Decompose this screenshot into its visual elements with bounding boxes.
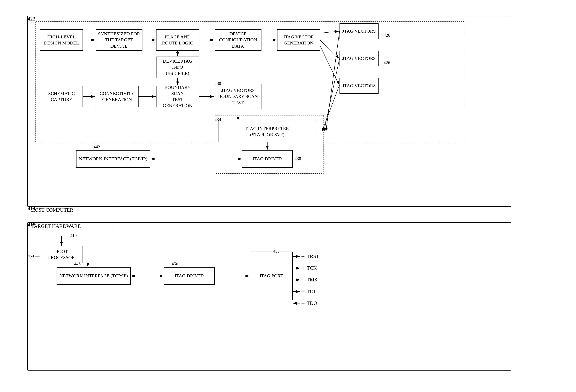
ref-454: 454 —	[28, 253, 40, 259]
ref-438: 438	[295, 156, 301, 161]
ref-446: 446	[74, 261, 81, 266]
label-tms: → TMS	[300, 277, 317, 283]
block-jtag-vectors-1: JTAG VECTORS	[340, 23, 378, 39]
block-jtag-driver-host: JTAG DRIVER	[242, 150, 293, 168]
block-high-level: HIGH-LEVELDESIGN MODEL	[40, 29, 83, 51]
block-jtag-vectors-3: JTAG VECTORS	[340, 78, 378, 94]
ref-426a: : 426	[381, 33, 390, 38]
block-jtag-driver-target: JTAG DRIVER	[164, 267, 215, 285]
block-synthesized: SYNTHESIZED FORTHE TARGET DEVICE	[96, 29, 143, 51]
bracket-422: ⌐	[30, 18, 35, 27]
block-jtag-interpreter: JTAG INTERPRETER(STAPL OR SVF)	[219, 121, 316, 142]
ref-414: 414 —	[28, 206, 42, 212]
block-network-interface-target: NETWORK INTERFACE (TCP/IP)	[57, 267, 131, 285]
block-jtag-vectors-bst: JTAG VECTORSBOUNDARY SCAN TEST	[215, 84, 261, 109]
label-trst: → TRST	[300, 253, 319, 259]
block-device-config: DEVICECONFIGURATION DATA	[215, 29, 261, 51]
ref-442: 442	[94, 144, 100, 149]
block-schematic-capture: SCHEMATICCAPTURE	[40, 86, 83, 107]
block-jtag-vectors-2: JTAG VECTORS	[340, 51, 378, 66]
ref-450: 450	[172, 261, 178, 266]
ref-426b: : 426	[381, 60, 390, 65]
block-network-interface-host: NETWORK INTERFACE (TCP/IP)	[76, 150, 150, 168]
block-boot-processor: BOOT PROCESSOR	[40, 246, 83, 263]
ref-418: 418 —	[28, 222, 42, 228]
label-tdo: ← TDO	[300, 300, 317, 306]
block-connectivity-gen: CONNECTIVITYGENERATION	[96, 86, 139, 107]
block-jtag-vector-gen: JTAG VECTORGENERATION	[277, 29, 320, 51]
diagram-container: 422 ⌐ HOST COMPUTER 414 — HIGH-LEVELDESI…	[12, 12, 562, 382]
ref-410: 410	[70, 233, 77, 238]
label-tck: → TCK	[300, 265, 317, 271]
block-boundary-scan: BOUNDARY SCANTEST GENERATION	[156, 86, 199, 107]
block-device-jtag-info: DEVICE JTAG INFO(BSD FILE)	[156, 56, 199, 78]
label-tdi: → TDI	[300, 289, 315, 294]
ref-430: 430	[215, 81, 221, 86]
block-place-route: PLACE ANDROUTE LOGIC	[156, 29, 199, 51]
block-jtag-port: JTAG PORT	[250, 252, 293, 300]
ref-458: 458	[273, 249, 280, 254]
